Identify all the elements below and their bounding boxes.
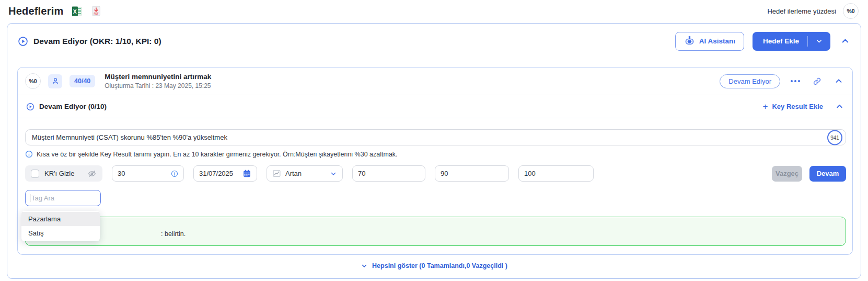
kr-group-collapse-chevron-up-icon[interactable] xyxy=(835,102,844,111)
kr-start-value-field xyxy=(352,165,425,182)
key-result-group-title: Devam Ediyor (0/10) xyxy=(39,103,107,110)
person-icon[interactable] xyxy=(48,74,62,88)
kr-hint-text: Kısa ve öz bir şekilde Key Result tanımı… xyxy=(37,151,398,158)
cancel-button[interactable]: Vazgeç xyxy=(772,166,802,182)
ellipsis-icon[interactable] xyxy=(790,78,801,84)
add-goal-button[interactable]: Hedef Ekle xyxy=(753,32,830,51)
goal-progress-badge: %0 xyxy=(843,3,859,19)
top-bar: Hedeflerim X PDF Hedef ilerleme yüzdesi … xyxy=(0,0,868,22)
tag-option-pazarlama[interactable]: Pazarlama xyxy=(21,212,100,226)
objective-weight-badge: 40/40 xyxy=(70,75,95,87)
kr-due-date-input[interactable] xyxy=(199,170,238,177)
link-icon[interactable] xyxy=(811,75,823,87)
board-collapse-chevron-up-icon[interactable] xyxy=(839,35,851,48)
objective-collapse-chevron-up-icon[interactable] xyxy=(832,75,845,87)
hide-kr-control: KR'ı Gizle xyxy=(25,165,102,182)
info-circle-icon xyxy=(171,170,178,177)
kr-start-value-input[interactable] xyxy=(358,170,420,177)
trend-chart-icon xyxy=(272,169,281,178)
add-key-result-button[interactable]: + Key Result Ekle xyxy=(763,102,823,111)
add-key-result-label: Key Result Ekle xyxy=(772,103,823,110)
chevron-down-icon xyxy=(361,262,368,269)
pdf-export-icon[interactable]: PDF xyxy=(90,5,102,17)
tag-search-input[interactable] xyxy=(25,190,101,206)
key-result-group-header: Devam Ediyor (0/10) + Key Result Ekle xyxy=(18,95,852,118)
kr-weight-input[interactable] xyxy=(118,170,167,177)
chevron-down-icon[interactable] xyxy=(808,37,830,45)
ai-assistant-label: AI Asistanı xyxy=(699,37,735,45)
kr-due-date-field xyxy=(193,165,257,182)
play-circle-icon xyxy=(18,36,28,47)
chevron-down-icon xyxy=(330,170,337,177)
objective-card: %0 40/40 Müşteri memnuniyetini artırmak … xyxy=(17,67,853,255)
add-goal-label: Hedef Ekle xyxy=(753,37,807,45)
kr-helper-banner: : belirtin. xyxy=(25,217,846,246)
objective-created-date: Oluşturma Tarihi : 23 May 2025, 15:25 xyxy=(105,82,211,89)
kr-current-value-field xyxy=(435,165,509,182)
helper-text-fragment: : belirtin. xyxy=(161,230,186,238)
show-all-button[interactable]: Hepsini göster (0 Tamamlandı,0 Vazgeçild… xyxy=(361,262,507,269)
kr-hint-row: Kısa ve öz bir şekilde Key Result tanımı… xyxy=(25,150,846,158)
kr-current-value-input[interactable] xyxy=(441,170,503,177)
svg-text:PDF: PDF xyxy=(94,13,99,15)
calendar-icon[interactable] xyxy=(242,169,251,178)
plus-icon: + xyxy=(763,102,768,111)
okr-board-card: Devam Ediyor (OKR: 1/10, KPI: 0) AI Asis… xyxy=(7,23,861,279)
kr-direction-select[interactable]: Artan xyxy=(267,165,343,182)
board-header: Devam Ediyor (OKR: 1/10, KPI: 0) AI Asis… xyxy=(7,24,861,51)
kr-controls-row: KR'ı Gizle xyxy=(25,165,846,182)
tag-option-satis[interactable]: Satış xyxy=(21,226,100,240)
page-title: Hedeflerim xyxy=(8,5,63,17)
play-circle-icon xyxy=(26,103,34,111)
kr-name-input[interactable] xyxy=(25,129,846,145)
svg-text:X: X xyxy=(73,8,77,14)
show-all-label: Hepsini göster (0 Tamamlandı,0 Vazgeçild… xyxy=(372,262,507,269)
ai-robot-icon xyxy=(684,36,695,47)
objective-progress-badge: %0 xyxy=(25,73,41,89)
goal-progress-label: Hedef ilerleme yüzdesi xyxy=(767,7,836,15)
kr-target-value-input[interactable] xyxy=(524,170,588,177)
eye-off-icon xyxy=(87,169,97,178)
kr-weight-field xyxy=(112,165,184,182)
objective-header: %0 40/40 Müşteri memnuniyetini artırmak … xyxy=(18,68,852,95)
board-footer: Hepsini göster (0 Tamamlandı,0 Vazgeçild… xyxy=(7,253,861,278)
kr-target-value-field xyxy=(518,165,594,182)
excel-export-icon[interactable]: X xyxy=(71,5,83,17)
info-circle-icon xyxy=(25,150,33,158)
continue-button[interactable]: Devam xyxy=(809,166,846,182)
objective-status-button[interactable]: Devam Ediyor xyxy=(720,74,780,88)
objective-title: Müşteri memnuniyetini artırmak xyxy=(105,73,211,81)
tag-options-dropdown: Pazarlama Satış xyxy=(21,211,100,241)
board-status-title: Devam Ediyor (OKR: 1/10, KPI: 0) xyxy=(33,37,161,46)
char-counter-badge: 941 xyxy=(827,130,842,145)
hide-kr-checkbox[interactable] xyxy=(31,170,39,178)
ai-assistant-button[interactable]: AI Asistanı xyxy=(675,32,744,51)
text-cursor xyxy=(30,194,30,202)
kr-direction-value: Artan xyxy=(285,170,326,177)
export-actions: X PDF xyxy=(71,5,102,17)
hide-kr-label: KR'ı Gizle xyxy=(44,170,82,177)
tag-search-wrap: Pazarlama Satış xyxy=(25,190,101,206)
key-result-form: 941 Kısa ve öz bir şekilde Key Result ta… xyxy=(18,118,852,254)
